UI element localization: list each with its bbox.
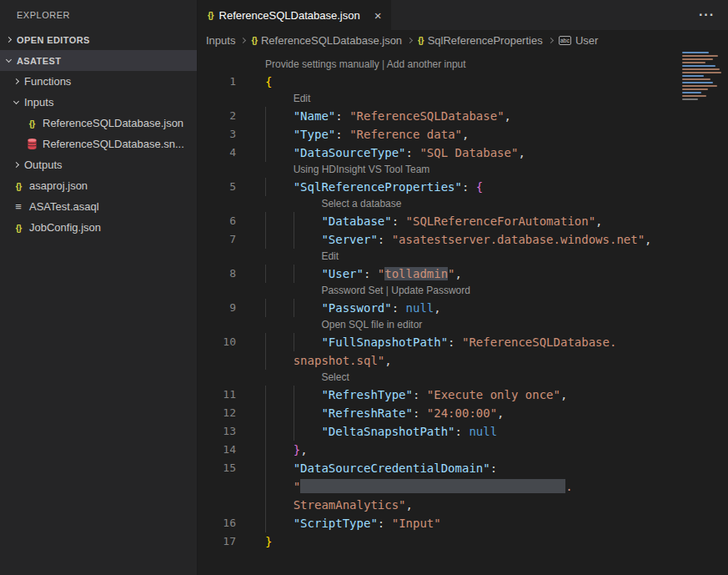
json-file-icon: {}	[12, 223, 25, 233]
code-token: ,	[505, 109, 511, 123]
code-token: "Password"	[321, 301, 391, 315]
codelens-line: Edit	[198, 91, 728, 107]
codelens-line: Using HDInsight VS Tool Team	[198, 162, 728, 178]
indent-guide	[265, 404, 294, 422]
code-token: "RefreshRate"	[321, 406, 413, 420]
indent-guide	[265, 477, 294, 496]
code-token: "	[378, 267, 384, 280]
line-number	[198, 317, 236, 333]
tab-referencesqldatabase-json[interactable]: {} ReferenceSQLDatabase.json ×	[198, 0, 391, 30]
selected-text: tolladmin	[384, 267, 448, 280]
object-icon: {}	[251, 35, 257, 45]
breadcrumb-label: SqlReferenceProperties	[428, 34, 543, 47]
line-number: 8	[198, 265, 236, 283]
tree-item-jobconfig-json[interactable]: {}JobConfig.json	[0, 217, 197, 238]
code-line: 11"RefreshType": "Execute only once",	[198, 386, 728, 404]
code-token: :	[392, 214, 406, 228]
indent-guide	[265, 178, 294, 196]
code-token: null	[469, 425, 497, 438]
breadcrumb-item-referencesqldatabase-json[interactable]: {}ReferenceSQLDatabase.json	[251, 34, 402, 47]
breadcrumb-separator-icon	[548, 37, 554, 43]
code-token: :	[490, 462, 497, 475]
code-token: :	[413, 406, 427, 420]
codelens-action-edit[interactable]: Edit	[294, 93, 311, 104]
code-line: 3"Type": "Reference data",	[198, 125, 728, 144]
code-token: ,	[300, 443, 307, 456]
line-number	[198, 370, 236, 386]
line-number: 13	[198, 422, 236, 441]
breadcrumb-item-user[interactable]: abcUser	[559, 34, 599, 47]
code-token: ,	[384, 354, 391, 367]
tree-item-referencesqldatabase-json[interactable]: {}ReferenceSQLDatabase.json	[0, 113, 197, 134]
code-token: "Input"	[392, 517, 441, 530]
breadcrumb-item-inputs[interactable]: Inputs	[206, 34, 235, 47]
code-token: "SQLReferenceForAutomation"	[406, 214, 596, 228]
codelens-action-provide-settings-manually[interactable]: Provide settings manually	[265, 58, 379, 70]
json-file-icon: {}	[25, 119, 38, 129]
codelens-action-open-sql-file-in-editor[interactable]: Open SQL file in editor	[321, 319, 422, 330]
indent-guide	[265, 351, 294, 370]
redacted-value	[300, 479, 565, 493]
code-line: 16"ScriptType": "Input"	[198, 514, 728, 532]
code-token: "SqlReferenceProperties"	[294, 180, 462, 194]
breadcrumb-item-sqlreferenceproperties[interactable]: {}SqlReferenceProperties	[418, 34, 543, 47]
codelens-action-select[interactable]: Select	[321, 371, 349, 383]
code-area[interactable]: Provide settings manually | Add another …	[198, 50, 728, 575]
code-token: :	[378, 233, 392, 246]
tree-item-asaproj-json[interactable]: {}asaproj.json	[0, 175, 197, 196]
code-token: {	[476, 180, 483, 194]
minimap[interactable]	[680, 50, 725, 102]
tree-item-inputs[interactable]: Inputs	[0, 92, 197, 113]
line-number	[198, 496, 236, 514]
codelens-action-add-another-input[interactable]: Add another input	[387, 58, 466, 70]
code-token: "ScriptType"	[294, 517, 378, 530]
tree-item-asatest-asaql[interactable]: ≡ASATest.asaql	[0, 196, 197, 217]
sidebar-section-asatest[interactable]: ASATEST	[0, 50, 197, 71]
line-number	[198, 351, 236, 370]
code-token: {	[265, 75, 272, 88]
explorer-title: EXPLORER	[0, 0, 197, 29]
code-token: "DataSourceCredentialDomain"	[294, 462, 490, 475]
indent-guide	[265, 162, 294, 178]
codelens-action-password-set[interactable]: Password Set	[321, 285, 383, 296]
line-number	[198, 196, 236, 212]
tree-item-outputs[interactable]: Outputs	[0, 154, 197, 175]
indent-guide	[265, 91, 294, 107]
tree-item-label: Inputs	[24, 96, 53, 108]
line-number: 4	[198, 144, 236, 162]
tree-item-label: JobConfig.json	[29, 221, 101, 234]
indent-guide	[294, 265, 322, 283]
tree-item-referencesqldatabase-sn[interactable]: ReferenceSQLDatabase.sn...	[0, 134, 197, 154]
tab-bar: {} ReferenceSQLDatabase.json × ···	[198, 0, 728, 30]
codelens-line: Password Set | Update Password	[198, 283, 728, 299]
sidebar-section-open-editors[interactable]: OPEN EDITORS	[0, 29, 197, 50]
codelens-action-select-a-database[interactable]: Select a database	[321, 198, 401, 209]
code-token: "24:00:00"	[427, 406, 497, 420]
chevron-down-icon	[6, 57, 12, 63]
tree-item-label: ReferenceSQLDatabase.json	[43, 117, 183, 129]
code-token: "ReferenceSQLDatabase"	[349, 109, 504, 123]
tree-item-label: Outputs	[24, 159, 63, 171]
tree-item-functions[interactable]: Functions	[0, 71, 197, 92]
code-line: 7"Server": "asatestserver.database.windo…	[198, 230, 728, 249]
code-token: "Server"	[321, 233, 377, 246]
line-number: 6	[198, 212, 236, 230]
code-token: "Database"	[321, 214, 391, 228]
tree-item-label: Functions	[24, 75, 71, 88]
asaql-file-icon: ≡	[12, 200, 25, 213]
line-number: 9	[198, 299, 236, 317]
code-token: :	[448, 335, 462, 349]
code-token: "ReferenceSQLDatabase.	[462, 335, 616, 349]
code-token: ,	[462, 128, 469, 141]
code-token: .	[565, 480, 572, 493]
close-icon[interactable]: ×	[374, 9, 382, 22]
indent-guide	[265, 317, 294, 333]
indent-guide	[265, 249, 294, 265]
codelens-action-update-password[interactable]: Update Password	[391, 285, 470, 296]
codelens-action-edit[interactable]: Edit	[321, 250, 339, 262]
code-token: "Execute only once"	[427, 388, 560, 401]
more-actions-icon[interactable]: ···	[699, 8, 728, 23]
code-line: 5"SqlReferenceProperties": {	[198, 178, 728, 196]
code-line: StreamAnalytics",	[198, 496, 728, 514]
codelens-action-using-hdinsight-vs-tool-team[interactable]: Using HDInsight VS Tool Team	[294, 164, 430, 175]
